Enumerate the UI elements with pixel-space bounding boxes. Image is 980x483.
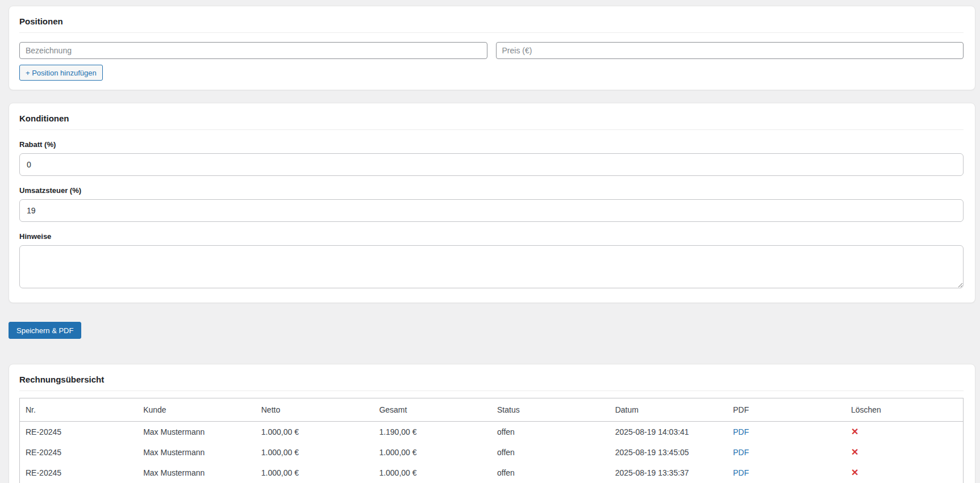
column-header-status: Status [491, 398, 610, 422]
invoice-kunde-cell: Max Mustermann [137, 463, 256, 483]
delete-invoice-icon[interactable]: ✕ [851, 447, 858, 457]
column-header-datum: Datum [610, 398, 728, 422]
invoice-nr-cell: RE-20245 [20, 442, 138, 463]
umsatzsteuer-input[interactable] [19, 199, 964, 222]
invoice-gesamt-cell: 1.000,00 € [373, 463, 491, 483]
bezeichnung-input[interactable] [19, 42, 487, 59]
invoice-netto-cell: 1.000,00 € [256, 422, 374, 443]
column-header-loeschen: Löschen [845, 398, 964, 422]
invoice-kunde-cell: Max Mustermann [137, 422, 256, 443]
column-header-kunde: Kunde [137, 398, 256, 422]
invoice-netto-cell: 1.000,00 € [256, 463, 374, 483]
invoices-title: Rechnungsübersicht [19, 375, 964, 391]
hinweise-textarea[interactable] [19, 245, 964, 288]
invoice-table: Nr. Kunde Netto Gesamt Status Datum PDF … [19, 398, 964, 483]
invoice-nr-cell: RE-20245 [20, 463, 138, 483]
delete-invoice-icon[interactable]: ✕ [851, 427, 858, 436]
column-header-nr: Nr. [20, 398, 138, 422]
invoice-datum-cell: 2025-08-19 13:45:05 [610, 442, 728, 463]
invoice-row: RE-20245 Max Mustermann 1.000,00 € 1.000… [20, 463, 964, 483]
invoice-status-cell: offen [491, 442, 610, 463]
pdf-link[interactable]: PDF [733, 468, 749, 477]
konditionen-title: Konditionen [19, 114, 964, 130]
save-pdf-button[interactable]: Speichern & PDF [9, 322, 81, 339]
invoice-status-cell: offen [491, 463, 610, 483]
page: Positionen + Position hinzufügen Konditi… [0, 0, 980, 483]
konditionen-card: Konditionen Rabatt (%) Umsatzsteuer (%) … [9, 103, 975, 303]
column-header-pdf: PDF [727, 398, 845, 422]
invoice-gesamt-cell: 1.000,00 € [373, 442, 491, 463]
invoice-gesamt-cell: 1.190,00 € [373, 422, 491, 443]
rabatt-input[interactable] [19, 153, 964, 176]
invoice-row: RE-20245 Max Mustermann 1.000,00 € 1.000… [20, 442, 964, 463]
delete-invoice-icon[interactable]: ✕ [851, 468, 858, 477]
invoice-status-cell: offen [491, 422, 610, 443]
invoice-datum-cell: 2025-08-19 14:03:41 [610, 422, 728, 443]
position-input-row [19, 42, 964, 59]
column-header-netto: Netto [256, 398, 374, 422]
invoice-header-row: Nr. Kunde Netto Gesamt Status Datum PDF … [20, 398, 964, 422]
hinweise-label: Hinweise [19, 232, 964, 241]
positionen-card: Positionen + Position hinzufügen [9, 6, 975, 90]
rabatt-label: Rabatt (%) [19, 140, 964, 149]
invoice-datum-cell: 2025-08-19 13:35:37 [610, 463, 728, 483]
pdf-link[interactable]: PDF [733, 427, 749, 436]
invoices-card: Rechnungsübersicht Nr. Kunde Netto Gesam… [9, 364, 975, 483]
column-header-gesamt: Gesamt [373, 398, 491, 422]
invoice-netto-cell: 1.000,00 € [256, 442, 374, 463]
invoice-row: RE-20245 Max Mustermann 1.000,00 € 1.190… [20, 422, 964, 443]
invoice-kunde-cell: Max Mustermann [137, 442, 256, 463]
preis-input[interactable] [496, 42, 964, 59]
umsatzsteuer-label: Umsatzsteuer (%) [19, 186, 964, 195]
pdf-link[interactable]: PDF [733, 448, 749, 457]
add-position-button[interactable]: + Position hinzufügen [19, 65, 103, 81]
positionen-title: Positionen [19, 16, 964, 33]
invoice-nr-cell: RE-20245 [20, 422, 138, 443]
